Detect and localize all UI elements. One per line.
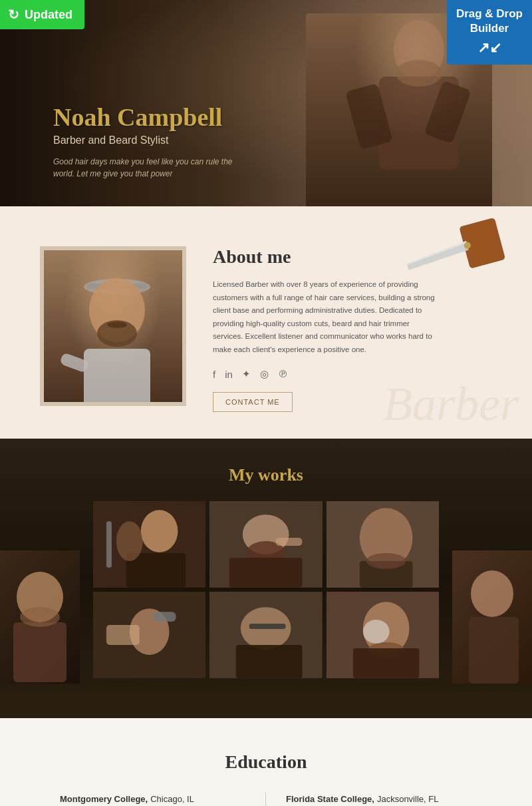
svg-point-19	[20, 607, 60, 627]
social-icons-row: f in ✦ ◎ ℗	[213, 368, 492, 380]
work-svg-6	[327, 592, 439, 678]
dnd-badge: Drag & Drop Builder ↗↙	[447, 0, 532, 65]
edu-location-1: Chicago, IL	[150, 794, 194, 804]
svg-rect-36	[153, 612, 176, 622]
facebook-icon[interactable]: f	[213, 369, 215, 380]
work-item-3[interactable]	[327, 501, 439, 588]
svg-point-16	[107, 321, 127, 328]
works-right-deco	[452, 550, 532, 684]
hero-subtitle: Barber and Beard Stylist	[53, 134, 253, 146]
svg-rect-28	[229, 558, 303, 588]
svg-point-47	[471, 570, 513, 617]
svg-rect-41	[249, 624, 286, 629]
work-svg-4	[93, 592, 205, 678]
svg-point-33	[366, 553, 406, 569]
hero-name: Noah Campbell	[53, 102, 253, 132]
work-svg-2	[209, 501, 322, 588]
svg-point-2	[396, 60, 442, 87]
svg-rect-18	[13, 622, 66, 682]
education-title: Education	[40, 751, 492, 773]
dnd-arrow-icon: ↗↙	[456, 39, 523, 58]
updated-badge: ↻ Updated	[0, 0, 84, 29]
education-section: Education Montgomery College, Chicago, I…	[0, 718, 532, 806]
edu-item-1: Montgomery College, Chicago, IL June 200…	[40, 793, 266, 806]
edu-item-2: Florida State College, Jacksonville, FL …	[266, 793, 492, 806]
about-photo-inner	[44, 250, 182, 402]
svg-rect-24	[106, 521, 112, 568]
work-item-5[interactable]	[209, 592, 322, 678]
about-person-svg	[44, 250, 186, 406]
edu-school-1: Montgomery College, Chicago, IL	[60, 793, 245, 805]
edu-school-name-2: Florida State College,	[286, 794, 374, 804]
svg-rect-29	[276, 538, 303, 546]
updated-label: Updated	[25, 8, 72, 22]
dnd-line1: Drag & Drop	[456, 7, 523, 20]
about-section: About me Licensed Barber with over 8 yea…	[0, 206, 532, 439]
works-title: My works	[27, 465, 505, 485]
work-item-6[interactable]	[327, 592, 439, 678]
svg-rect-37	[106, 625, 140, 645]
works-left-deco	[0, 550, 80, 684]
work-svg-1	[93, 501, 205, 588]
work-item-1[interactable]	[93, 501, 205, 588]
edu-school-2: Florida State College, Jacksonville, FL	[286, 793, 472, 805]
work-item-2[interactable]	[209, 501, 322, 588]
hero-tagline: Good hair days make you feel like you ca…	[53, 156, 253, 180]
works-grid	[93, 501, 439, 678]
pinterest-icon[interactable]: ℗	[278, 368, 288, 380]
dnd-line2: Builder	[470, 22, 509, 35]
refresh-icon: ↻	[8, 7, 19, 23]
work-svg-3	[327, 501, 439, 588]
about-description: Licensed Barber with over 8 years of exp…	[213, 278, 439, 356]
works-left-svg	[0, 550, 80, 684]
instagram-icon[interactable]: ◎	[260, 368, 269, 380]
svg-rect-46	[352, 648, 419, 678]
twitter-icon[interactable]: ✦	[242, 368, 251, 380]
svg-point-45	[362, 620, 389, 644]
svg-rect-14	[84, 349, 150, 406]
svg-rect-48	[469, 617, 519, 684]
svg-rect-40	[236, 645, 303, 678]
education-grid: Montgomery College, Chicago, IL June 200…	[40, 793, 492, 806]
hero-content: Noah Campbell Barber and Beard Stylist G…	[0, 102, 253, 206]
works-section: My works	[0, 439, 532, 718]
work-item-4[interactable]	[93, 592, 205, 678]
work-svg-5	[209, 592, 322, 678]
edu-location-2: Jacksonville, FL	[377, 794, 438, 804]
linkedin-icon[interactable]: in	[225, 369, 233, 380]
svg-point-21	[141, 510, 178, 552]
about-photo	[40, 246, 186, 406]
contact-button[interactable]: CONTACT ME	[213, 392, 293, 412]
edu-school-name-1: Montgomery College,	[60, 794, 148, 804]
works-right-svg	[452, 550, 532, 684]
svg-point-23	[116, 521, 143, 561]
